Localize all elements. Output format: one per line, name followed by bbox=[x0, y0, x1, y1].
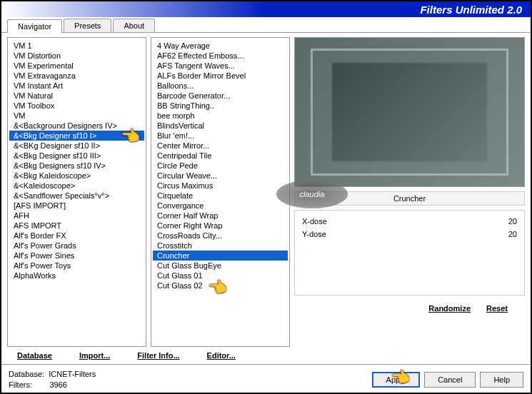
list-item[interactable]: Balloons... bbox=[153, 81, 288, 91]
parameters-panel: X-dose20Y-dose20 bbox=[294, 210, 525, 296]
list-item[interactable]: BlindsVertical bbox=[153, 121, 288, 131]
list-item[interactable]: Blur 'em!... bbox=[153, 131, 288, 141]
list-item[interactable]: Cirquelate bbox=[153, 191, 288, 201]
list-item[interactable]: ALFs Border Mirror Bevel bbox=[153, 71, 288, 81]
list-item[interactable]: &<Bkg Designer sf10 I> bbox=[9, 131, 144, 141]
editor-button[interactable]: Editor... bbox=[204, 350, 239, 361]
footer-info: Database: ICNET-Filters Filters: 3966 bbox=[9, 369, 96, 391]
list-item[interactable]: VM Distortion bbox=[9, 51, 144, 61]
list-item[interactable]: Circus Maximus bbox=[153, 181, 288, 191]
list-item[interactable]: VM Natural bbox=[9, 91, 144, 101]
tab-about[interactable]: About bbox=[113, 19, 155, 32]
list-item[interactable]: Cut Glass 02 bbox=[153, 281, 288, 291]
cancel-button[interactable]: Cancel bbox=[424, 372, 476, 388]
list-item[interactable]: Crosstitch bbox=[153, 241, 288, 251]
filter-name-label: Cruncher bbox=[294, 191, 525, 206]
list-item[interactable]: Cut Glass BugEye bbox=[153, 261, 288, 271]
param-row[interactable]: Y-dose20 bbox=[302, 228, 517, 241]
param-row[interactable]: X-dose20 bbox=[302, 215, 517, 228]
tab-row: Navigator Presets About bbox=[1, 17, 531, 33]
list-item[interactable]: &<BKg Designer sf10 II> bbox=[9, 141, 144, 151]
list-item[interactable]: Cut Glass 01 bbox=[153, 271, 288, 281]
footer-buttons: Apply Cancel Help bbox=[372, 372, 523, 388]
list-item[interactable]: VM bbox=[9, 111, 144, 121]
help-button[interactable]: Help bbox=[480, 372, 523, 388]
list-item[interactable]: Alf's Power Sines bbox=[9, 251, 144, 261]
list-item[interactable]: AFH bbox=[9, 211, 144, 221]
app-title: Filters Unlimited 2.0 bbox=[420, 4, 522, 16]
list-item[interactable]: AFS IMPORT bbox=[9, 221, 144, 231]
filter-info-button[interactable]: Filter Info... bbox=[134, 350, 182, 361]
list-item[interactable]: Barcode Generator... bbox=[153, 91, 288, 101]
main-panel: VM 1VM DistortionVM ExperimentalVM Extra… bbox=[1, 33, 531, 347]
db-label: Database: bbox=[9, 370, 44, 378]
list-item[interactable]: Circle Pede bbox=[153, 161, 288, 171]
list-item[interactable]: 4 Way Average bbox=[153, 41, 288, 51]
list-item[interactable]: CrossRoads City... bbox=[153, 231, 288, 241]
list-item[interactable]: AFS Tangent Waves... bbox=[153, 61, 288, 71]
apply-button[interactable]: Apply bbox=[372, 372, 421, 388]
bottom-link-row: Database Import... Filter Info... Editor… bbox=[1, 347, 531, 364]
list-item[interactable]: Alf's Power Grads bbox=[9, 241, 144, 251]
title-bar: Filters Unlimited 2.0 bbox=[1, 1, 531, 17]
reset-button[interactable]: Reset bbox=[483, 303, 511, 314]
right-panel: Cruncher X-dose20Y-dose20 Randomize Rese… bbox=[294, 37, 525, 347]
list-item[interactable]: &<Bkg Kaleidoscope> bbox=[9, 171, 144, 181]
list-item[interactable]: [AFS IMPORT] bbox=[9, 201, 144, 211]
list-item[interactable]: &<Sandflower Specials°v°> bbox=[9, 191, 144, 201]
list-item[interactable]: BB StringThing.. bbox=[153, 101, 288, 111]
list-item[interactable]: bee morph bbox=[153, 111, 288, 121]
list-item[interactable]: AF62 Effected Emboss... bbox=[153, 51, 288, 61]
param-value: 20 bbox=[508, 217, 517, 226]
list-item[interactable]: Center Mirror... bbox=[153, 141, 288, 151]
list-item[interactable]: Corner Right Wrap bbox=[153, 221, 288, 231]
param-label: X-dose bbox=[302, 217, 327, 226]
list-item[interactable]: VM Extravaganza bbox=[9, 71, 144, 81]
filter-list[interactable]: 4 Way AverageAF62 Effected Emboss...AFS … bbox=[151, 37, 290, 347]
list-item[interactable]: Circular Weave... bbox=[153, 171, 288, 181]
list-item[interactable]: Cruncher bbox=[153, 251, 288, 261]
database-button[interactable]: Database bbox=[14, 350, 55, 361]
list-item[interactable]: Centripedal Tile bbox=[153, 151, 288, 161]
preview-image bbox=[332, 63, 486, 161]
param-value: 20 bbox=[508, 230, 517, 238]
footer: Database: ICNET-Filters Filters: 3966 Ap… bbox=[1, 364, 531, 394]
list-item[interactable]: Alf's Power Toys bbox=[9, 261, 144, 271]
list-item[interactable]: VM 1 bbox=[9, 41, 144, 51]
list-item[interactable]: VM Instant Art bbox=[9, 81, 144, 91]
randomize-button[interactable]: Randomize bbox=[426, 303, 473, 314]
category-list[interactable]: VM 1VM DistortionVM ExperimentalVM Extra… bbox=[7, 37, 146, 347]
right-link-row: Randomize Reset bbox=[294, 300, 525, 317]
list-item[interactable]: AlphaWorks bbox=[9, 271, 144, 281]
list-item[interactable]: VM Toolbox bbox=[9, 101, 144, 111]
list-item[interactable]: &<Background Designers IV> bbox=[9, 121, 144, 131]
filters-label: Filters: bbox=[9, 380, 32, 389]
tab-navigator[interactable]: Navigator bbox=[7, 19, 62, 33]
preview-frame bbox=[311, 49, 508, 176]
list-item[interactable]: Convergance bbox=[153, 201, 288, 211]
preview-pane bbox=[294, 37, 525, 187]
filters-value: 3966 bbox=[49, 380, 66, 389]
db-value: ICNET-Filters bbox=[49, 370, 96, 378]
list-item[interactable]: &<Bkg Designers sf10 IV> bbox=[9, 161, 144, 171]
param-label: Y-dose bbox=[302, 230, 326, 238]
tab-presets[interactable]: Presets bbox=[64, 19, 111, 32]
import-button[interactable]: Import... bbox=[76, 350, 113, 361]
list-item[interactable]: &<Bkg Designer sf10 III> bbox=[9, 151, 144, 161]
list-item[interactable]: &<Kaleidoscope> bbox=[9, 181, 144, 191]
list-item[interactable]: VM Experimental bbox=[9, 61, 144, 71]
list-item[interactable]: Alf's Border FX bbox=[9, 231, 144, 241]
list-item[interactable]: Corner Half Wrap bbox=[153, 211, 288, 221]
